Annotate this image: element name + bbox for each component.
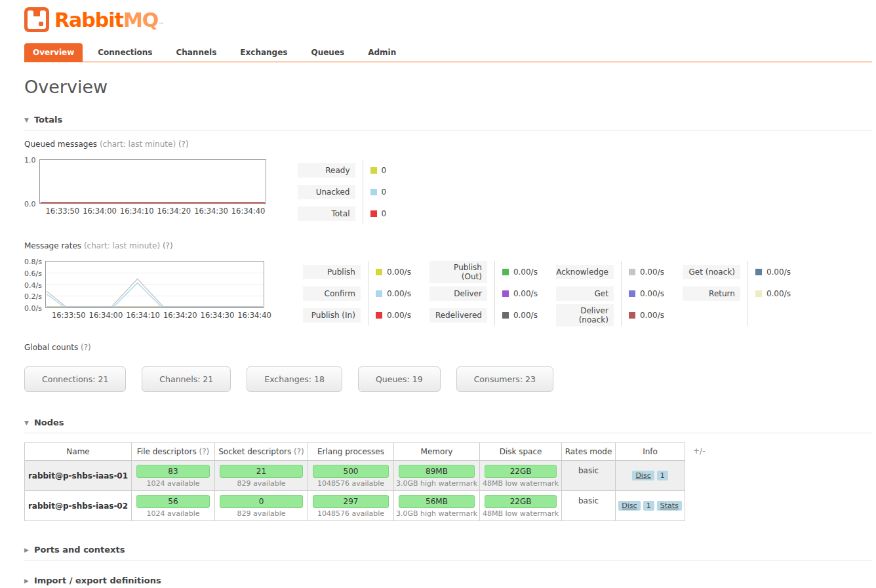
legend-label-deliver: Deliver [429, 286, 487, 301]
tab-channels[interactable]: Channels [167, 43, 225, 62]
proc-cell: 297 1048576 available [308, 491, 394, 521]
global-counts-label: Global counts (?) [24, 343, 872, 352]
rates-mode-cell: basic [562, 461, 616, 491]
message-rates-label: Message rates (chart: last minute) (?) [24, 241, 872, 250]
collapse-icon: ▼ [24, 117, 29, 123]
sd-cell: 21 829 available [215, 461, 308, 491]
legend-value: 0.00/s [513, 311, 538, 320]
legend-swatch [376, 269, 382, 275]
y-tick: 0.6/s [24, 269, 42, 278]
section-nodes-header[interactable]: ▼ Nodes [24, 412, 872, 433]
rates-mode-cell: basic [562, 491, 616, 521]
section-ports-header[interactable]: ▶ Ports and contexts [24, 539, 872, 560]
help-link[interactable]: (?) [163, 241, 173, 250]
legend-label-confirm: Confirm [303, 286, 361, 301]
tab-connections[interactable]: Connections [89, 43, 161, 62]
expand-icon: ▶ [24, 578, 29, 584]
node-name[interactable]: rabbit@p-shbs-iaas-01 [25, 461, 132, 491]
legend-label-deliver-noack: Deliver (noack) [556, 304, 614, 326]
rates-chart-hint: (chart: last minute) [84, 241, 160, 250]
legend-label-publish-in: Publish (In) [303, 308, 361, 323]
col-header-info: Info [616, 443, 685, 461]
help-link[interactable]: (?) [178, 140, 189, 149]
legend-value: 0 [382, 209, 387, 218]
section-nodes-label: Nodes [34, 418, 64, 427]
proc-bar: 500 [313, 465, 389, 478]
legend-swatch [370, 210, 377, 217]
tab-overview[interactable]: Overview [24, 43, 83, 62]
legend-swatch [502, 269, 509, 275]
legend-value: 0.00/s [766, 267, 791, 277]
count-exchanges: Exchanges: 18 [247, 366, 342, 392]
legend-value: 0 [382, 187, 387, 197]
disk-bar: 22GB [485, 495, 557, 508]
rates-label-text: Message rates [24, 241, 81, 250]
queued-label-text: Queued messages [24, 140, 97, 149]
legend-value: 0 [382, 166, 387, 175]
proc-bar: 297 [313, 495, 389, 508]
section-import-export-header[interactable]: ▶ Import / export definitions [24, 570, 872, 588]
legend-swatch [502, 312, 509, 319]
legend-swatch [502, 290, 509, 297]
col-header-erlang-processes: Erlang processes [308, 443, 394, 461]
proc-cell: 500 1048576 available [308, 461, 394, 491]
legend-swatch [376, 290, 382, 297]
section-ports-label: Ports and contexts [34, 545, 125, 555]
legend-swatch [629, 312, 635, 319]
count-badge: 1 [643, 501, 654, 511]
queued-legend: Ready Unacked Total 0 0 0 [298, 159, 387, 224]
collapse-icon: ▼ [24, 420, 29, 426]
nodes-table-wrap: Name File descriptors (?) Socket descrip… [24, 442, 685, 521]
info-cell: Disc 1 Stats [616, 491, 685, 521]
disk-cell: 22GB 48MB low watermark [480, 461, 562, 491]
help-link[interactable]: (?) [81, 343, 91, 352]
count-channels: Channels: 21 [142, 366, 231, 392]
x-tick: 16:34:40 [237, 311, 271, 320]
proc-sub: 1048576 available [310, 509, 391, 518]
col-header-name: Name [25, 443, 132, 461]
app-logo: RabbitMQ™ [54, 9, 163, 31]
section-totals-header[interactable]: ▼ Totals [24, 109, 872, 130]
legend-swatch [629, 269, 635, 275]
memory-bar: 56MB [399, 495, 475, 508]
tab-queues[interactable]: Queues [302, 43, 353, 62]
x-tick: 16:34:30 [194, 206, 228, 216]
sd-sub: 829 available [217, 479, 306, 488]
nodes-table: Name File descriptors (?) Socket descrip… [24, 442, 685, 521]
queued-chart-block: 1.0 0.0 16:33:50 16:34:00 16:34:10 16:34… [24, 159, 872, 224]
legend-value: 0.00/s [766, 289, 791, 298]
legend-swatch [370, 167, 377, 174]
legend-value: 0.00/s [387, 267, 411, 277]
tab-admin[interactable]: Admin [359, 43, 405, 62]
brand-primary: Rabbit [54, 9, 123, 31]
column-toggle[interactable]: +/- [693, 446, 705, 456]
col-header-memory: Memory [394, 443, 480, 461]
legend-swatch [755, 269, 762, 275]
table-row: rabbit@p-shbs-iaas-02 56 1024 available … [25, 491, 685, 521]
legend-value: 0.00/s [640, 267, 664, 277]
queued-y-axis: 1.0 0.0 [24, 156, 39, 208]
x-tick: 16:34:30 [201, 311, 235, 320]
fd-bar: 83 [136, 465, 210, 478]
node-name[interactable]: rabbit@p-shbs-iaas-02 [25, 491, 132, 521]
legend-value: 0.00/s [640, 289, 664, 298]
help-link[interactable]: (?) [294, 447, 304, 456]
info-cell: Disc 1 [616, 461, 685, 491]
sd-sub: 829 available [217, 509, 306, 518]
legend-divider [621, 261, 622, 326]
help-link[interactable]: (?) [199, 447, 209, 456]
col-header-disk-space: Disk space [480, 443, 562, 461]
y-tick: 0.8/s [24, 258, 42, 266]
count-connections: Connections: 21 [24, 366, 126, 392]
section-import-export-label: Import / export definitions [34, 576, 161, 585]
x-tick: 16:33:50 [52, 311, 86, 320]
y-tick: 0.0 [24, 200, 36, 208]
x-tick: 16:34:40 [231, 206, 266, 216]
count-badge: 1 [657, 471, 668, 480]
page-container: RabbitMQ™ Overview Connections Channels … [0, 0, 876, 588]
tab-exchanges[interactable]: Exchanges [231, 43, 296, 62]
queued-messages-label: Queued messages (chart: last minute) (?) [24, 140, 872, 149]
rates-legend: Publish Confirm Publish (In) 0.00/s 0.00… [303, 261, 791, 326]
x-tick: 16:33:50 [46, 206, 80, 216]
y-tick: 0.4/s [24, 281, 42, 290]
